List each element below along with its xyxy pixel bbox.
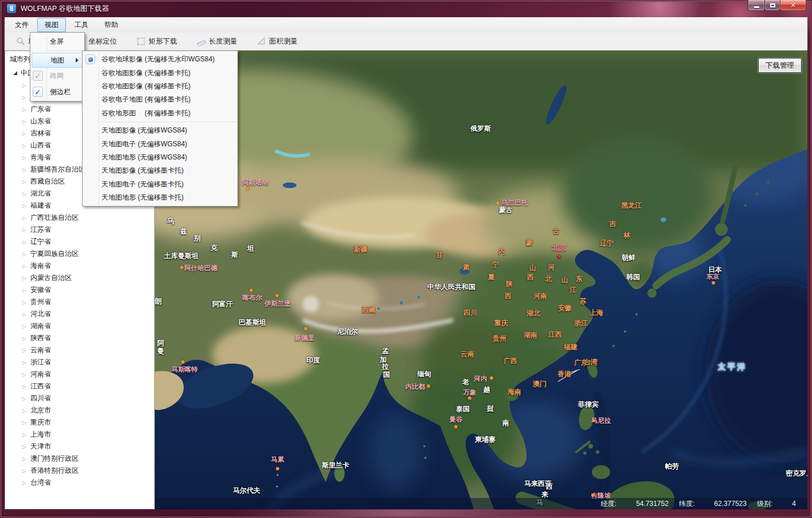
tree-item-label: 内蒙古自治区 [30,273,72,283]
close-button[interactable]: ✕ [780,0,806,11]
view-menu-item-路网[interactable]: ✓路网 [30,68,84,84]
sidebar-item-江西省[interactable]: ▷江西省 [9,380,154,392]
collapsed-arrow-icon: ▷ [22,480,26,486]
sidebar-item-香港特别行政区[interactable]: ▷香港特别行政区 [9,465,154,477]
tree-item-label: 贵州省 [30,297,51,307]
sidebar-item-贵州省[interactable]: ▷贵州省 [9,296,154,308]
sidebar-item-云南省[interactable]: ▷云南省 [9,344,154,356]
sidebar-item-四川省[interactable]: ▷四川省 [9,392,154,404]
collapsed-arrow-icon: ▷ [22,215,26,221]
map-type-label: 谷歌地图影像 (无偏移墨卡托) [102,68,190,78]
sidebar-item-上海市[interactable]: ▷上海市 [9,429,154,441]
sidebar-item-台湾省[interactable]: ▷台湾省 [9,477,154,489]
latitude-label: 纬度: [679,499,694,509]
app-window: 8 WOLFMAP 谷歌地图下载器 ✕ 文件视图工具帮助 城市搜索坐标定位矩形下… [0,0,812,518]
sidebar-item-陕西省[interactable]: ▷陕西省 [9,332,154,344]
map-type-label: 谷歌电子地图 (有偏移墨卡托) [102,95,190,104]
tree-item-label: 安徽省 [30,285,51,295]
collapsed-arrow-icon: ▷ [22,360,26,365]
map-type-label: 天地图电子 (无偏移墨卡托) [102,180,184,189]
radio-dot [88,57,93,62]
tree-item-label: 江苏省 [30,225,51,235]
sidebar-item-澳门特别行政区[interactable]: ▷澳门特别行政区 [9,453,154,465]
tree-item-label: 辽宁省 [30,237,51,247]
map-type-item-11[interactable]: 天地图地形 (无偏移墨卡托) [83,191,237,204]
longitude-value: 54.731752 [636,500,669,508]
tree-item-label: 新疆维吾尔自治区 [30,165,85,174]
minimize-button[interactable] [748,0,765,11]
map-type-item-6[interactable]: 天地图影像 (无偏移WGS84) [83,124,237,137]
sidebar-item-辽宁省[interactable]: ▷辽宁省 [9,236,154,248]
toolbar-button-面积测量[interactable]: 面积测量 [251,34,303,49]
view-menu-item-地图[interactable]: 地图 [32,53,83,68]
sidebar-item-江苏省[interactable]: ▷江苏省 [9,224,154,236]
menubar-item-帮助[interactable]: 帮助 [97,18,126,32]
view-menu-item-侧边栏[interactable]: ✓侧边栏 [30,84,84,100]
maximize-button[interactable] [764,0,780,11]
collapsed-arrow-icon: ▷ [22,336,26,341]
menubar-item-工具[interactable]: 工具 [67,18,96,32]
menu-separator [100,122,236,122]
map-type-item-3[interactable]: 谷歌地图影像 (有偏移墨卡托) [83,80,237,93]
map-type-label: 天地图地形 (无偏移墨卡托) [102,193,184,202]
menubar-item-文件[interactable]: 文件 [7,18,36,32]
tree-item-label: 广西壮族自治区 [30,213,79,223]
map-type-item-9[interactable]: 天地图影像 (无偏移墨卡托) [83,164,237,177]
level-value: 4 [792,500,796,508]
title-bar[interactable]: 8 WOLFMAP 谷歌地图下载器 ✕ [0,0,812,17]
tree-item-label: 陕西省 [30,333,51,343]
tree-item-label: 广东省 [30,104,51,114]
tree-item-label: 澳门特别行政区 [30,454,79,464]
tree-item-label: 湖北省 [30,189,51,198]
view-menu: 全屏地图✓路网✓侧边栏 [30,32,85,102]
map-type-item-4[interactable]: 谷歌电子地图 (有偏移墨卡托) [83,93,237,106]
collapsed-arrow-icon: ▷ [22,119,26,124]
menu-separator [48,50,83,51]
sidebar-item-广西壮族自治区[interactable]: ▷广西壮族自治区 [9,212,154,224]
map-type-item-7[interactable]: 天地图电子 (无偏移WGS84) [83,137,237,150]
sidebar-item-重庆市[interactable]: ▷重庆市 [9,416,154,429]
sidebar-item-浙江省[interactable]: ▷浙江省 [9,356,154,368]
map-type-item-5[interactable]: 谷歌地形图 (有偏移墨卡托) [83,107,237,120]
radio-selected-icon [85,54,95,64]
map-viewport[interactable]: 俄罗斯蒙古斯坦中华人民共和国朝鲜韩国日本土库曼斯坦阿富汗巴基斯坦尼泊尔印度缅甸泰… [155,50,807,509]
minimize-icon [754,6,759,8]
sidebar-item-湖南省[interactable]: ▷湖南省 [9,320,154,332]
view-menu-item-全屏[interactable]: 全屏 [30,34,84,49]
sidebar-item-天津市[interactable]: ▷天津市 [9,441,154,453]
map-type-label: 天地图地形 (无偏移WGS84) [102,153,187,162]
collapsed-arrow-icon: ▷ [22,372,26,377]
map-type-item-8[interactable]: 天地图地形 (无偏移WGS84) [83,151,237,164]
sidebar-item-河北省[interactable]: ▷河北省 [9,308,154,320]
sidebar-item-北京市[interactable]: ▷北京市 [9,404,154,416]
collapsed-arrow-icon: ▷ [22,287,26,293]
map-type-item-2[interactable]: 谷歌地图影像 (无偏移墨卡托) [83,66,237,79]
sidebar-item-安徽省[interactable]: ▷安徽省 [9,284,154,296]
toolbar-button-label: 坐标定位 [88,37,117,46]
toolbar-button-长度测量[interactable]: 长度测量 [191,34,243,49]
tree-item-label: 吉林省 [30,128,51,138]
toolbar-button-矩形下载[interactable]: 矩形下载 [131,34,183,49]
menu-bar: 文件视图工具帮助 [5,17,807,33]
collapsed-arrow-icon: ▷ [22,167,26,173]
map-type-item-1[interactable]: 谷歌地球影像 (无偏移无水印WGS84) [83,53,237,66]
collapsed-arrow-icon: ▷ [22,384,26,390]
collapsed-arrow-icon: ▷ [22,432,26,438]
map-type-item-10[interactable]: 天地图电子 (无偏移墨卡托) [83,178,237,191]
submenu-arrow-icon [76,58,79,63]
toolbar: 城市搜索坐标定位矩形下载长度测量面积测量 [5,33,807,50]
sidebar-item-海南省[interactable]: ▷海南省 [9,260,154,272]
collapsed-arrow-icon: ▷ [22,311,26,317]
download-manager-button[interactable]: 下载管理 [758,58,802,73]
window-title: WOLFMAP 谷歌地图下载器 [21,4,109,14]
map-type-label: 天地图影像 (无偏移WGS84) [102,126,187,135]
map-type-label: 天地图电子 (无偏移WGS84) [102,139,187,149]
tree-item-label: 湖南省 [30,321,51,331]
menubar-item-视图[interactable]: 视图 [37,18,66,32]
tree-item-label: 浙江省 [30,357,51,367]
sidebar-item-河南省[interactable]: ▷河南省 [9,368,154,380]
sidebar-item-内蒙古自治区[interactable]: ▷内蒙古自治区 [9,272,154,284]
toolbar-button-label: 面积测量 [269,37,298,46]
sidebar-item-宁夏回族自治区[interactable]: ▷宁夏回族自治区 [9,248,154,260]
collapsed-arrow-icon: ▷ [22,155,26,161]
